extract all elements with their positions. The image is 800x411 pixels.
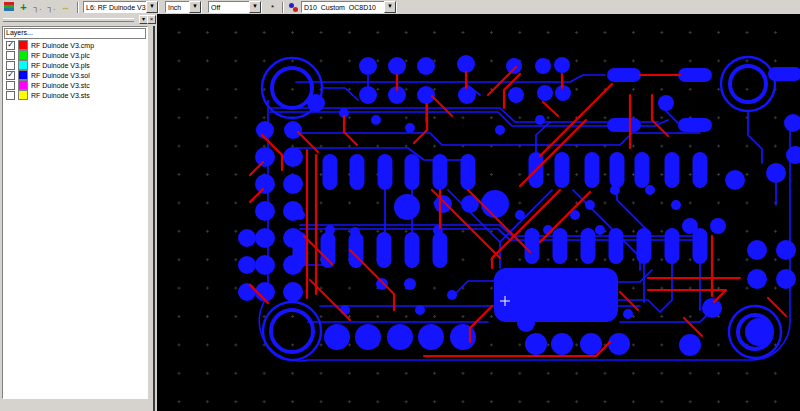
panel-titlebar: ▾ × bbox=[0, 14, 155, 26]
layer-row: RF Duinode V3.stc bbox=[3, 80, 147, 90]
dcode-select[interactable]: D10 Custom OC8D10 ▼ bbox=[301, 1, 397, 13]
layer-label: RF Duinode V3.stc bbox=[31, 82, 90, 89]
layer-row: ✓RF Duinode V3.cmp bbox=[3, 40, 147, 50]
layer-checkbox[interactable] bbox=[6, 61, 15, 70]
add-plus-icon[interactable]: + bbox=[17, 1, 30, 13]
layer-color-swatch[interactable] bbox=[18, 90, 28, 100]
units-select[interactable]: Inch ▼ bbox=[165, 1, 202, 13]
layer-checkbox[interactable] bbox=[6, 91, 15, 100]
layers-stack-icon[interactable] bbox=[3, 1, 16, 13]
layer-row: RF Duinode V3.plc bbox=[3, 50, 147, 60]
layers-panel: Layers... ✓RF Duinode V3.cmpRF Duinode V… bbox=[0, 26, 155, 411]
layer-row: RF Duinode V3.pls bbox=[3, 60, 147, 70]
layers-panel-title: Layers... bbox=[4, 28, 146, 39]
query-tool-icon[interactable]: ┐. bbox=[45, 1, 58, 13]
pcb-canvas[interactable] bbox=[157, 14, 800, 411]
toolbar-separator bbox=[77, 2, 79, 13]
aperture-icon bbox=[288, 2, 299, 13]
mode-select[interactable]: Off ▼ bbox=[208, 1, 262, 13]
layers-stack-glyph bbox=[4, 2, 15, 12]
layer-row: ✓RF Duinode V3.sol bbox=[3, 70, 147, 80]
layer-color-swatch[interactable] bbox=[18, 80, 28, 90]
layer-checkbox[interactable] bbox=[6, 81, 15, 90]
chevron-down-icon[interactable]: ▼ bbox=[189, 1, 201, 13]
chevron-down-icon[interactable]: ▼ bbox=[249, 1, 261, 13]
chevron-down-icon[interactable]: ▼ bbox=[384, 1, 396, 13]
layers-list: ✓RF Duinode V3.cmpRF Duinode V3.plcRF Du… bbox=[3, 40, 147, 100]
layer-color-swatch[interactable] bbox=[18, 40, 28, 50]
mode-value: Off bbox=[209, 4, 249, 11]
measure-tool-icon[interactable]: ┐. bbox=[31, 1, 44, 13]
layer-row: RF Duinode V3.sts bbox=[3, 90, 147, 100]
swap-arrows-icon[interactable]: ↔ bbox=[59, 1, 72, 13]
main-toolbar: + ┐. ┐. ↔ L6: RF Duinode V3.sts ▼ Inch ▼… bbox=[0, 0, 800, 14]
panel-grip[interactable] bbox=[3, 18, 134, 22]
layer-color-swatch[interactable] bbox=[18, 60, 28, 70]
layers-listbox: Layers... ✓RF Duinode V3.cmpRF Duinode V… bbox=[2, 26, 148, 399]
chevron-down-icon[interactable]: ▼ bbox=[146, 1, 158, 13]
layer-label: RF Duinode V3.sol bbox=[31, 72, 90, 79]
layer-label: RF Duinode V3.cmp bbox=[31, 42, 94, 49]
layer-color-swatch[interactable] bbox=[18, 50, 28, 60]
layer-checkbox[interactable]: ✓ bbox=[6, 41, 15, 50]
active-layer-select[interactable]: L6: RF Duinode V3.sts ▼ bbox=[83, 1, 159, 13]
panel-close-button[interactable]: × bbox=[147, 15, 156, 24]
active-layer-value: L6: RF Duinode V3.sts bbox=[84, 4, 146, 11]
dcode-name: OC8D10 bbox=[349, 4, 376, 11]
units-value: Inch bbox=[166, 4, 189, 11]
layer-color-swatch[interactable] bbox=[18, 70, 28, 80]
dcode-code: D10 bbox=[304, 4, 317, 11]
layer-checkbox[interactable] bbox=[6, 51, 15, 60]
toolbar-separator bbox=[282, 2, 284, 13]
dcode-type: Custom bbox=[321, 4, 345, 11]
layer-label: RF Duinode V3.pls bbox=[31, 62, 90, 69]
layer-label: RF Duinode V3.sts bbox=[31, 92, 90, 99]
layer-checkbox[interactable]: ✓ bbox=[6, 71, 15, 80]
asterisk-button[interactable]: * bbox=[268, 1, 277, 13]
layer-label: RF Duinode V3.plc bbox=[31, 52, 90, 59]
